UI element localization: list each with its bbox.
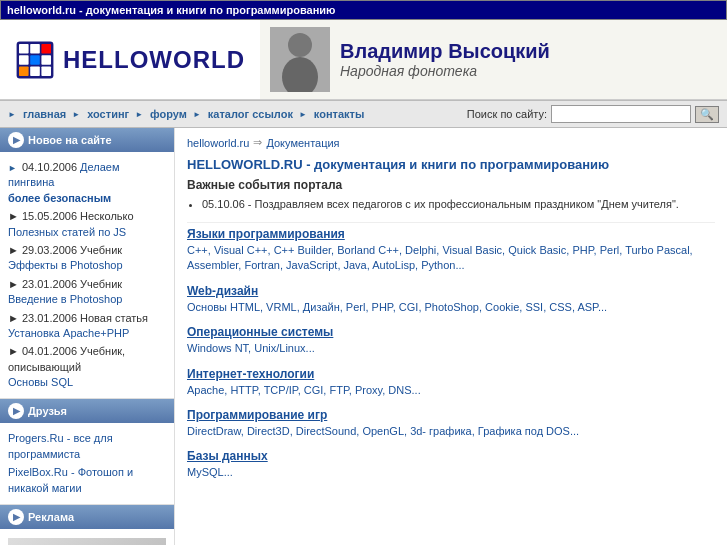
page-title: HELLOWORLD.RU - документация и книги по … [187,157,715,172]
item-date: 04.10.2006 [22,161,77,173]
svg-rect-6 [41,55,51,65]
category-section-games: Программирование игр DirectDraw, Direct3… [187,408,715,439]
list-item: Progers.Ru - все для программиста [8,431,166,462]
breadcrumb-separator: ⇒ [253,136,262,149]
category-link-db[interactable]: Базы данных [187,449,715,463]
category-desc-os: Windows NT, Unix/Linux... [187,342,315,354]
search-button[interactable]: 🔍 [695,106,719,123]
list-item: ► 29.03.2006 Учебник Эффекты в Photoshop [8,243,166,274]
category-section-lang: Языки программирования C++, Visual C++, … [187,227,715,274]
search-label: Поиск по сайту: [467,108,547,120]
news-item: 05.10.06 - Поздравляем всех педагогов с … [202,198,715,210]
list-item: ► 04.01.2006 Учебник, описывающий Основы… [8,344,166,390]
sidebar-section-header-friends: ▶ Друзья [0,399,174,423]
news-list: 05.10.06 - Поздравляем всех педагогов с … [202,198,715,210]
logo-text: HELLOWORLD [63,46,245,74]
item-link[interactable]: Основы SQL [8,376,73,388]
nav-arrow-icon: ► [72,110,80,119]
item-link[interactable]: Эффекты в Photoshop [8,259,123,271]
friend-link[interactable]: Progers.Ru - все для программиста [8,432,113,459]
item-date: ► 15.05.2006 Несколько [8,210,134,222]
item-link[interactable]: Установка Apache+PHP [8,327,129,339]
list-item: ► 23.01.2006 Учебник Введение в Photosho… [8,277,166,308]
nav-item-contacts[interactable]: ► контакты [299,106,368,122]
svg-rect-1 [19,43,29,53]
section-icon-ads: ▶ [8,509,24,525]
item-date: ► 04.01.2006 Учебник, описывающий [8,345,125,372]
nav-link-hosting[interactable]: хостинг [83,106,133,122]
category-link-os[interactable]: Операционные системы [187,325,715,339]
list-item: ► 15.05.2006 Несколько Полезных статей п… [8,209,166,240]
search-area: Поиск по сайту: 🔍 [467,105,719,123]
content-area: helloworld.ru ⇒ Документация HELLOWORLD.… [175,128,727,545]
sidebar-section-title-new: Новое на сайте [28,134,112,146]
category-desc-games: DirectDraw, Direct3D, DirectSound, OpenG… [187,425,579,437]
nav-arrow-icon: ► [299,110,307,119]
sidebar-section-title-ads: Реклама [28,511,74,523]
nav-item-hosting[interactable]: ► хостинг [72,106,133,122]
sidebar-content-new: ► 04.10.2006 Делаем пингвина более безоп… [0,152,174,399]
breadcrumb: helloworld.ru ⇒ Документация [187,136,715,149]
sidebar-section-ads: ▶ Реклама [0,505,174,545]
important-title: Важные события портала [187,178,715,192]
search-icon: 🔍 [700,108,714,120]
svg-rect-5 [30,55,40,65]
svg-rect-4 [19,55,29,65]
category-desc-db: MySQL... [187,466,233,478]
svg-point-11 [288,33,312,57]
list-item: PixelBox.Ru - Фотошоп и никакой магии [8,465,166,496]
divider [187,222,715,223]
sidebar-section-header-new: ▶ Новое на сайте [0,128,174,152]
site-header: HELLOWORLD Владимир Высоцкий Народная фо… [0,20,727,100]
list-item: ► 23.01.2006 Новая статья Установка Apac… [8,311,166,342]
ads-banner [8,538,166,545]
banner-title: Владимир Высоцкий Народная фонотека [340,40,550,79]
svg-rect-7 [19,66,29,76]
banner-area: Владимир Высоцкий Народная фонотека [260,20,727,99]
title-text: helloworld.ru - документация и книги по … [7,4,335,16]
banner-name: Владимир Высоцкий [340,40,550,63]
category-desc-web: Основы HTML, VRML, Дизайн, Perl, PHP, CG… [187,301,607,313]
svg-rect-2 [30,43,40,53]
main-content: ▶ Новое на сайте ► 04.10.2006 Делаем пин… [0,128,727,545]
category-link-web[interactable]: Web-дизайн [187,284,715,298]
nav-arrow-icon: ► [193,110,201,119]
svg-rect-9 [41,66,51,76]
title-bar: helloworld.ru - документация и книги по … [1,1,726,19]
nav-link-forum[interactable]: форум [146,106,191,122]
banner-subtitle: Народная фонотека [340,63,550,79]
sidebar-content-friends: Progers.Ru - все для программиста PixelB… [0,423,174,505]
svg-rect-3 [41,43,51,53]
nav-item-glavnaya[interactable]: ► главная [8,106,70,122]
category-link-games[interactable]: Программирование игр [187,408,715,422]
nav-link-catalog[interactable]: каталог ссылок [204,106,297,122]
breadcrumb-docs[interactable]: Документация [266,137,339,149]
sidebar-section-new: ▶ Новое на сайте ► 04.10.2006 Делаем пин… [0,128,174,399]
list-item: ► 04.10.2006 Делаем пингвина более безоп… [8,160,166,206]
breadcrumb-home[interactable]: helloworld.ru [187,137,249,149]
nav-link-glavnaya[interactable]: главная [19,106,70,122]
item-date: ► 23.01.2006 Учебник [8,278,122,290]
nav-bar: ► главная ► хостинг ► форум ► каталог сс… [0,100,727,128]
friend-link[interactable]: PixelBox.Ru - Фотошоп и никакой магии [8,466,133,493]
category-section-web: Web-дизайн Основы HTML, VRML, Дизайн, Pe… [187,284,715,315]
bullet-icon: ► [8,163,17,173]
category-link-inet[interactable]: Интернет-технологии [187,367,715,381]
sidebar: ▶ Новое на сайте ► 04.10.2006 Делаем пин… [0,128,175,545]
search-input[interactable] [551,105,691,123]
nav-link-contacts[interactable]: контакты [310,106,369,122]
section-icon-friends: ▶ [8,403,24,419]
item-date: ► 29.03.2006 Учебник [8,244,122,256]
category-section-inet: Интернет-технологии Apache, HTTP, TCP/IP… [187,367,715,398]
category-link-lang[interactable]: Языки программирования [187,227,715,241]
item-link[interactable]: Введение в Photoshop [8,293,122,305]
item-date: ► 23.01.2006 Новая статья [8,312,148,324]
nav-item-catalog[interactable]: ► каталог ссылок [193,106,297,122]
logo-area: HELLOWORLD [0,20,260,99]
nav-item-forum[interactable]: ► форум [135,106,191,122]
nav-arrow-icon: ► [8,110,16,119]
browser-window: helloworld.ru - документация и книги по … [0,0,727,20]
item-link[interactable]: Полезных статей по JS [8,226,126,238]
banner-photo [270,27,330,92]
category-section-os: Операционные системы Windows NT, Unix/Li… [187,325,715,356]
